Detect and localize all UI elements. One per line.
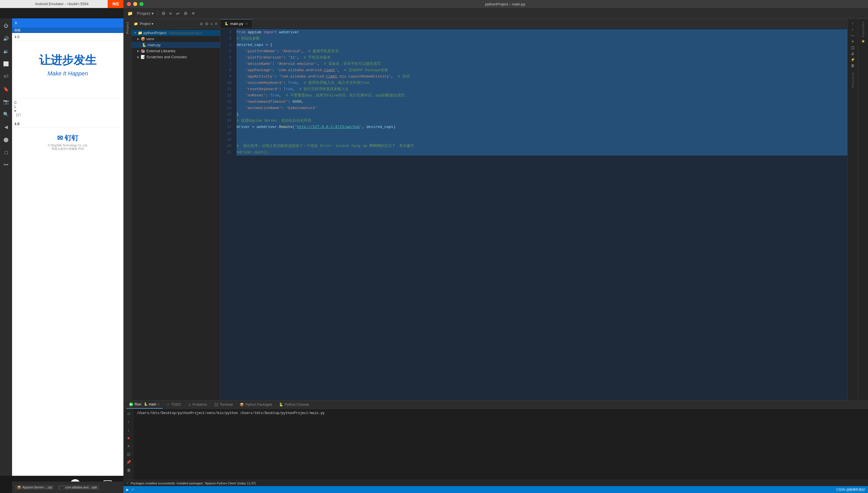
ide-status-bar: ▶ ✓ CSDN @蛭鳟杵真好: [123, 486, 868, 493]
structure-icon-2[interactable]: ↓: [852, 27, 854, 31]
split-view-icon[interactable]: ◫: [125, 451, 132, 457]
close-traffic-light[interactable]: [127, 2, 131, 6]
bookmark-icon[interactable]: 🔖: [1, 84, 10, 93]
close-toolbar-btn[interactable]: ✕: [190, 10, 196, 17]
code-line-18: [236, 130, 847, 136]
project-sidebar-title[interactable]: Project ▾: [140, 22, 153, 26]
toolbar-sep-1: [157, 10, 158, 17]
format-icon[interactable]: ≡: [168, 10, 173, 16]
taobao-bar: 淘宝: [108, 0, 123, 8]
add-icon[interactable]: ⊕: [200, 22, 203, 26]
favorites-panel: Favorites ★: [858, 19, 868, 400]
tab-python-icon: 🐍: [225, 22, 229, 25]
code-line-4: desired_caps = {: [236, 42, 847, 48]
zoom-icon[interactable]: 🔍: [1, 110, 10, 119]
circle-icon[interactable]: ⬤: [1, 135, 10, 144]
maximize-traffic-light[interactable]: [140, 2, 144, 6]
list-view-icon[interactable]: ≡: [125, 443, 132, 449]
code-line-8: 'appPackage': 'com.alibaba.android.rimet…: [236, 67, 847, 73]
chevron-right-venv-icon: ▶: [137, 37, 140, 40]
editor-area: 🐍 main.py ✕ 2 3 4 5 6 7 8 9 10 11: [220, 19, 847, 400]
package-notification-bar: ✓ Packages installed successfully: Insta…: [123, 480, 868, 486]
bottom-panel: ▶ Run: 🐍 main ✕ ✓ TODO ⚠ Problems ⬛: [123, 400, 868, 486]
android-version-bar: 4.6: [12, 120, 123, 128]
structure-icon-7[interactable]: ⚡: [850, 57, 855, 62]
down-arrow-icon[interactable]: ↓: [125, 427, 132, 433]
taskbar-apk-label: com.alibaba.and....apk: [65, 486, 97, 489]
venv-folder-name: venv: [146, 37, 154, 41]
code-line-13: 'newCommandTimeout': 6000,: [236, 99, 847, 105]
problems-panel-tab[interactable]: ⚠ Problems: [185, 401, 210, 409]
volume-down-icon[interactable]: 🔉: [1, 46, 10, 56]
align-icon[interactable]: ⇌: [175, 10, 181, 17]
tree-venv-item[interactable]: ▶ 📦 venv: [131, 36, 220, 42]
ide-toolbar: 📁 Project ▾ ⚙ ≡ ⇌ ⚙ ✕: [123, 8, 868, 19]
structure-icon-1[interactable]: ↑: [852, 21, 854, 25]
structure-icon-4[interactable]: ≡: [852, 39, 854, 44]
code-editor[interactable]: 2 3 4 5 6 7 8 9 10 11 12 13 14 15 16 17: [220, 28, 847, 400]
status-right-items: CSDN @蛭鳟杵真好: [837, 488, 865, 492]
back-icon[interactable]: ◀: [1, 122, 10, 131]
packages-icon: 📦: [240, 403, 244, 407]
chevron-right-scratch-icon: ▶: [137, 56, 140, 59]
tree-main-py-item[interactable]: 🐍 main.py: [131, 42, 220, 48]
run-panel-tab[interactable]: ▶ Run: 🐍 main ✕: [126, 401, 163, 409]
camera-icon[interactable]: 📷: [1, 97, 10, 106]
main-py-tab[interactable]: 🐍 main.py ✕: [220, 19, 252, 28]
scratches-label: Scratches and Consoles: [146, 55, 187, 59]
android-title-text: Android Emulator - <build>:5554: [35, 2, 88, 6]
stop-run-icon[interactable]: ■: [125, 435, 132, 441]
run-tab-close[interactable]: ✕: [157, 402, 160, 406]
code-line-17: driver = webdriver.Remote('http://127.0.…: [236, 124, 847, 130]
terminal-action-sidebar: ↺ ↑ ↓ ■ ≡ ◫ 📌 🗑: [123, 409, 134, 480]
code-line-14: 'automationName': 'UiAutomator2': [236, 105, 847, 111]
star-icon[interactable]: ★: [861, 39, 865, 44]
volume-icon[interactable]: 🔊: [1, 34, 10, 43]
trash-icon[interactable]: 🗑: [125, 467, 132, 473]
taskbar-zip-label: Appium-Server-....zip: [22, 486, 52, 489]
sidebar-gear-icon[interactable]: ⚙: [205, 22, 209, 26]
rotate-icon[interactable]: ⬜: [1, 59, 10, 68]
console-icon: 🐍: [279, 403, 283, 407]
tree-external-libs-item[interactable]: ▶ 📚 External Libraries: [131, 48, 220, 54]
more-icon[interactable]: •••: [1, 160, 10, 169]
todo-icon: ✓: [167, 403, 170, 407]
tab-close-btn[interactable]: ✕: [245, 22, 248, 26]
code-line-11: 'resetKeyboard': True, # 执行完程序恢复原来输入法: [236, 86, 847, 92]
dingtalk-logo: ✉ 钉钉: [57, 133, 79, 143]
python-packages-panel-tab[interactable]: 📦 Python Packages: [237, 401, 275, 409]
structure-icon-5[interactable]: ◫: [851, 45, 854, 50]
code-line-2: from appium import webdriver: [236, 29, 847, 36]
structure-icon-6[interactable]: 🖨: [851, 51, 854, 56]
build-icon[interactable]: ⚙: [161, 10, 167, 17]
up-arrow-icon[interactable]: ↑: [125, 419, 132, 425]
power-icon[interactable]: ⏻: [1, 21, 10, 30]
tag-icon[interactable]: 🏷: [1, 72, 10, 81]
folder-toolbar-icon[interactable]: 📁: [126, 10, 134, 17]
android-browser-bar2: 4.5: [12, 33, 123, 41]
terminal-panel-tab[interactable]: ⬛ Terminal: [211, 401, 236, 409]
project-tab-label[interactable]: Project: [126, 19, 129, 37]
structure-icon-3[interactable]: —: [851, 33, 854, 38]
taskbar-zip-item[interactable]: 📦 Appium-Server-....zip: [15, 485, 54, 490]
python-console-panel-tab[interactable]: 🐍 Python Console: [276, 401, 312, 409]
taskbar-apk-item[interactable]: 📱 com.alibaba.and....apk: [58, 485, 99, 490]
tree-scratches-item[interactable]: ▶ 📝 Scratches and Consoles: [131, 54, 220, 60]
sidebar-close-icon[interactable]: ✕: [214, 22, 218, 26]
todo-panel-tab[interactable]: ✓ TODO: [164, 401, 184, 409]
project-dropdown[interactable]: Project ▾: [136, 10, 155, 17]
pycharm-ide: pythonProject – main.py 📁 Project ▾ ⚙ ≡ …: [123, 0, 868, 493]
pin-icon[interactable]: 📌: [125, 459, 132, 465]
csdn-label: CSDN @蛭鳟杵真好: [837, 488, 865, 492]
sidebar-menu-icon[interactable]: ≡: [210, 22, 213, 26]
structure-icon-8[interactable]: 🗑: [851, 63, 854, 68]
settings-icon[interactable]: ⚙: [183, 10, 189, 17]
code-content[interactable]: from appium import webdriver # 初始化参数 des…: [234, 28, 847, 400]
tree-root-item[interactable]: ▼ 📁 pythonProject ~/Desktop/pythonProjec…: [131, 30, 220, 36]
restart-run-icon[interactable]: ↺: [125, 411, 132, 417]
dingtalk-company: © DingTalk Technology Co.,Ltd.: [48, 144, 88, 147]
favorites-label: Favorites: [862, 21, 865, 37]
android-emulator-panel: Android Emulator - <build>:5554 ✕ − ⏻ 🔊 …: [0, 0, 123, 493]
square-icon[interactable]: ◻: [1, 148, 10, 157]
minimize-traffic-light[interactable]: [133, 2, 137, 6]
